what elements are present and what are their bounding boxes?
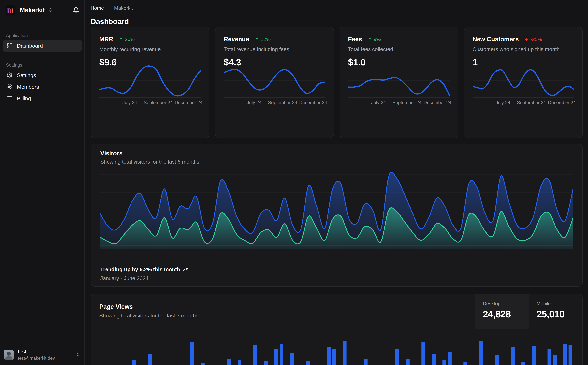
visitors-title: Visitors (100, 150, 123, 157)
page-views-header: Page Views Showing total visitors for th… (91, 294, 582, 329)
breadcrumb: Home Makerkit (91, 5, 133, 11)
page-views-bar-chart (100, 329, 573, 365)
sidebar-item-label: Billing (17, 95, 31, 102)
new-customers-sparkline (473, 63, 574, 98)
toggle-value: 25,010 (537, 309, 582, 320)
revenue-sparkline (224, 63, 325, 98)
sidebar: m Makerkit Application Dashboard Setting… (0, 0, 85, 365)
sidebar-item-label: Dashboard (17, 43, 43, 49)
stat-card-fees: Fees 9% Total fees collected $1.0 July 2… (339, 27, 458, 138)
sidebar-item-members[interactable]: Members (3, 81, 82, 93)
user-meta: test test@makerkit.dev (18, 349, 55, 361)
fees-sparkline-ticks: July 24September 24December 24 (348, 100, 450, 106)
trending-up-icon (183, 267, 188, 272)
breadcrumb-home-link[interactable]: Home (91, 5, 104, 11)
stat-title: New Customers (473, 36, 519, 43)
page-title: Dashboard (91, 17, 129, 26)
sidebar-item-label: Members (17, 84, 39, 90)
toggle-value: 24,828 (483, 309, 529, 320)
page-views-subtitle: Showing total visitors for the last 3 mo… (99, 313, 198, 319)
stat-subtitle: Total fees collected (348, 46, 450, 52)
sidebar-item-dashboard[interactable]: Dashboard (3, 40, 82, 52)
users-icon (7, 84, 13, 90)
axis-tick-label: July 24 (247, 100, 262, 105)
axis-tick-label: September 24 (517, 100, 546, 105)
sidebar-nav-settings: Settings Members Billing (3, 70, 82, 104)
axis-tick-label: September 24 (268, 100, 297, 105)
toggle-label: Desktop (483, 301, 529, 306)
page-views-card: Page Views Showing total visitors for th… (91, 294, 583, 365)
arrow-up-icon (368, 37, 372, 41)
stat-change-badge: -25% (524, 36, 542, 42)
team-selector-label[interactable]: Makerkit (20, 7, 45, 14)
axis-tick-label: July 24 (122, 100, 137, 105)
axis-tick-label: July 24 (371, 100, 386, 105)
visitors-period: January - June 2024 (100, 275, 149, 281)
chevrons-up-down-icon[interactable] (48, 7, 53, 13)
fees-sparkline (348, 63, 450, 98)
stat-title: Revenue (224, 36, 249, 43)
toggle-mobile[interactable]: Mobile 25,010 (529, 294, 582, 329)
makerkit-logo[interactable]: m (6, 6, 15, 15)
toggle-desktop[interactable]: Desktop 24,828 (475, 294, 529, 329)
dashboard-page: m Makerkit Application Dashboard Setting… (0, 0, 588, 365)
stat-change-badge: 12% (255, 36, 270, 42)
visitors-card: Visitors Showing total visitors for the … (91, 144, 583, 287)
revenue-sparkline-ticks: July 24September 24December 24 (224, 100, 325, 106)
user-menu[interactable]: test test@makerkit.dev (4, 348, 81, 361)
arrow-up-icon (255, 37, 259, 41)
sidebar-item-billing[interactable]: Billing (3, 93, 82, 104)
sidebar-section-application: Application (6, 33, 28, 38)
mrr-sparkline-ticks: July 24September 24December 24 (99, 100, 201, 106)
notifications-bell-icon[interactable] (73, 7, 79, 14)
arrow-up-icon (119, 37, 123, 41)
stat-change-badge: 9% (368, 36, 381, 42)
axis-tick-label: September 24 (144, 100, 173, 105)
visitors-subtitle: Showing total visitors for the last 6 mo… (100, 159, 199, 165)
arrow-down-icon (524, 37, 529, 41)
sidebar-section-settings: Settings (6, 63, 22, 68)
layout-dashboard-icon (7, 43, 13, 49)
stat-subtitle: Customers who signed up this month (473, 46, 574, 52)
axis-tick-label: December 24 (548, 100, 576, 105)
mrr-sparkline (99, 63, 201, 98)
sidebar-header: m Makerkit (6, 5, 79, 15)
page-views-title: Page Views (99, 303, 133, 310)
visitors-area-chart (100, 172, 573, 248)
axis-tick-label: December 24 (175, 100, 202, 105)
axis-tick-label: December 24 (424, 100, 451, 105)
stat-subtitle: Total revenue including fees (224, 46, 325, 52)
stat-card-revenue: Revenue 12% Total revenue including fees… (215, 27, 334, 138)
toggle-label: Mobile (537, 301, 582, 306)
stat-subtitle: Monthly recurring revenue (99, 46, 201, 52)
sidebar-item-label: Settings (17, 72, 36, 78)
stat-title: MRR (99, 36, 113, 43)
page-views-toggles: Desktop 24,828 Mobile 25,010 (475, 294, 582, 329)
axis-tick-label: December 24 (299, 100, 327, 105)
gear-icon (7, 72, 13, 78)
makerkit-logo-glyph: m (7, 6, 14, 14)
stat-title: Fees (348, 36, 362, 43)
stat-card-new-customers: New Customers -25% Customers who signed … (464, 27, 583, 138)
stat-change-badge: 20% (119, 36, 135, 42)
new-customers-sparkline-ticks: July 24September 24December 24 (473, 100, 574, 106)
axis-tick-label: July 24 (496, 100, 510, 105)
chevrons-up-down-icon (76, 352, 81, 358)
sidebar-item-settings[interactable]: Settings (3, 70, 82, 81)
stat-card-mrr: MRR 20% Monthly recurring revenue $9.6 J… (91, 27, 209, 138)
sidebar-nav-application: Dashboard (3, 40, 82, 52)
credit-card-icon (7, 95, 13, 101)
chevron-right-icon (107, 6, 111, 10)
breadcrumb-current: Makerkit (114, 5, 133, 11)
visitors-trend: Trending up by 5.2% this month (100, 266, 188, 273)
user-email: test@makerkit.dev (18, 356, 55, 361)
stat-cards-row: MRR 20% Monthly recurring revenue $9.6 J… (91, 27, 583, 138)
axis-tick-label: September 24 (393, 100, 422, 105)
user-avatar (4, 350, 14, 360)
user-name: test (18, 349, 55, 355)
